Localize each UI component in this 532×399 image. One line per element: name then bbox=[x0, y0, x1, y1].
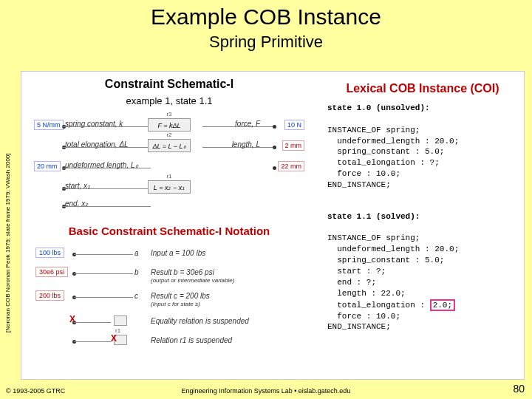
suspend-x-icon: X bbox=[111, 333, 117, 344]
notation-row: 100 lbs a Input a = 100 lbs bbox=[33, 246, 306, 262]
var-name: c bbox=[134, 292, 138, 300]
right-heading: Lexical COB Instance (COI) bbox=[327, 76, 518, 95]
relation-id: r2 bbox=[166, 132, 171, 138]
value-tag: 20 mm bbox=[34, 161, 61, 171]
result-box: 200 lbs bbox=[35, 290, 64, 301]
value-tag: 10 N bbox=[284, 120, 304, 130]
node-dot bbox=[273, 125, 276, 129]
slide: Example COB Instance Spring Primitive [N… bbox=[0, 0, 532, 399]
var-name: b bbox=[134, 268, 139, 276]
content-area: Constraint Schematic-I example 1, state … bbox=[21, 71, 525, 380]
state-title: state 1.0 (unsolved): bbox=[327, 103, 430, 112]
relation-box: L = x₂ − x₁ bbox=[148, 180, 191, 194]
code-state-1-0: state 1.0 (unsolved): INSTANCE_OF spring… bbox=[327, 103, 518, 191]
schematic-row: end, x₂ bbox=[33, 197, 306, 217]
connector-line bbox=[74, 322, 111, 323]
relation-box: ΔL = L − L₀ bbox=[148, 139, 191, 152]
relation-box bbox=[114, 316, 127, 326]
highlighted-value: 2.0; bbox=[430, 299, 455, 311]
result-box: 30e6 psi bbox=[35, 267, 68, 277]
code-body-pre: INSTANCE_OF spring; undeformed_length : … bbox=[327, 233, 459, 309]
code-body: INSTANCE_OF spring; undeformed_length : … bbox=[327, 126, 459, 189]
notation-row: X Equality relation is suspended bbox=[33, 314, 306, 330]
notation-desc: Relation r1 is suspended bbox=[151, 336, 232, 344]
connector-line bbox=[62, 188, 151, 189]
example-label: example 1, state 1.1 bbox=[21, 91, 317, 106]
connector-line bbox=[62, 126, 151, 127]
var-label: length, L bbox=[186, 140, 260, 149]
notation-row: r1 X Relation r1 is suspended bbox=[33, 333, 306, 349]
code-state-1-1: state 1.1 (solved): INSTANCE_OF spring; … bbox=[327, 211, 518, 333]
relation-id: r3 bbox=[166, 111, 171, 117]
citation-sidebar: [Noronan COB Noronan Peok 1979; state fr… bbox=[4, 126, 19, 332]
notation-desc-sub: (Input c for state s) bbox=[151, 301, 200, 307]
notation-desc: Result c = 200 lbs bbox=[151, 292, 210, 300]
schematic-diagram: 5 N/mm spring constant, k r3 F = kΔL for… bbox=[33, 112, 306, 216]
schematic-row: total elongation, ΔL r2 ΔL = L − L₀ leng… bbox=[33, 137, 306, 158]
value-tag: 2 mm bbox=[282, 140, 305, 151]
notation-desc: Result b = 30e6 psi bbox=[151, 268, 214, 276]
input-box: 100 lbs bbox=[35, 248, 64, 258]
right-column: Lexical COB Instance (COI) state 1.0 (un… bbox=[324, 72, 524, 379]
notation-row: 200 lbs c Result c = 200 lbs (Input c fo… bbox=[33, 289, 306, 305]
node-dot bbox=[273, 166, 276, 170]
var-label: force, F bbox=[186, 120, 260, 128]
relation-id: r1 bbox=[166, 173, 171, 180]
connector-line bbox=[62, 168, 151, 168]
connector-line bbox=[74, 254, 133, 255]
page-number: 80 bbox=[513, 383, 525, 395]
left-heading: Constraint Schematic-I bbox=[21, 72, 317, 91]
connector-line bbox=[74, 297, 133, 298]
connector-line bbox=[62, 147, 151, 148]
notation-desc: Equality relation is suspended bbox=[151, 317, 249, 325]
connector-line bbox=[62, 206, 151, 207]
notation-desc-sub: (output or intermediate variable) bbox=[151, 277, 234, 284]
connector-line bbox=[74, 341, 111, 342]
value-tag: 5 N/mm bbox=[34, 120, 64, 130]
value-tag: 22 mm bbox=[278, 161, 304, 171]
notation-row: 30e6 psi b Result b = 30e6 psi (output o… bbox=[33, 265, 306, 282]
page-title: Example COB Instance bbox=[0, 0, 532, 30]
connector-line bbox=[74, 273, 133, 274]
node-dot bbox=[273, 146, 276, 149]
basic-notation-heading: Basic Constraint Schematic-I Notation bbox=[21, 225, 317, 237]
notation-diagram: 100 lbs a Input a = 100 lbs 30e6 psi b R… bbox=[33, 243, 306, 352]
relation-box: F = kΔL bbox=[148, 118, 191, 132]
var-name: a bbox=[134, 249, 139, 257]
state-title: state 1.1 (solved): bbox=[327, 212, 420, 221]
notation-desc: Input a = 100 lbs bbox=[151, 249, 205, 257]
code-body-post: force : 10.0; END_INSTANCE; bbox=[327, 312, 400, 332]
page-subtitle: Spring Primitive bbox=[0, 30, 532, 52]
left-column: Constraint Schematic-I example 1, state … bbox=[21, 72, 317, 379]
footer-org: Engineering Information Systems Lab • ei… bbox=[0, 387, 532, 395]
